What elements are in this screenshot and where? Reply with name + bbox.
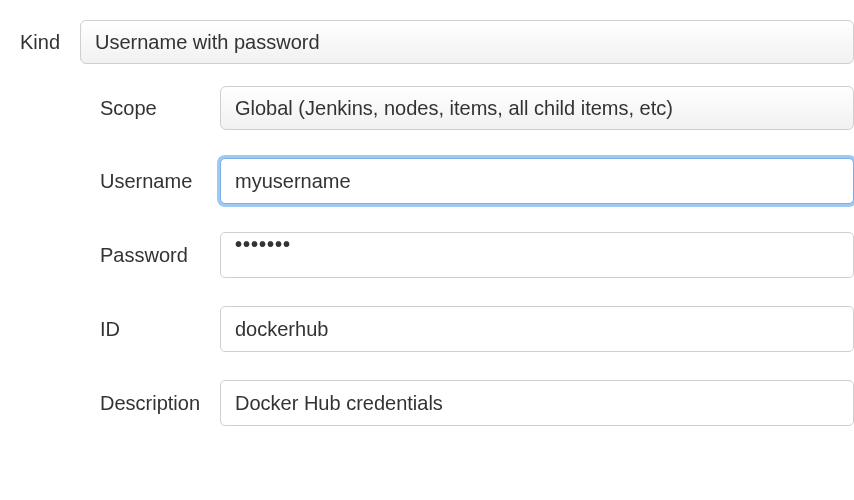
kind-select-value: Username with password (95, 31, 320, 54)
label-description: Description (100, 392, 220, 415)
row-scope: Scope Global (Jenkins, nodes, items, all… (100, 86, 854, 130)
label-scope: Scope (100, 97, 220, 120)
label-password: Password (100, 244, 220, 267)
username-input[interactable] (220, 158, 854, 204)
label-kind: Kind (20, 31, 80, 54)
row-password: Password ••••••• (100, 232, 854, 278)
password-input[interactable]: ••••••• (220, 232, 854, 278)
label-username: Username (100, 170, 220, 193)
row-kind: Kind Username with password (20, 20, 854, 64)
kind-select[interactable]: Username with password (80, 20, 854, 64)
id-input[interactable] (220, 306, 854, 352)
row-username: Username (100, 158, 854, 204)
description-input[interactable] (220, 380, 854, 426)
scope-select[interactable]: Global (Jenkins, nodes, items, all child… (220, 86, 854, 130)
row-description: Description (100, 380, 854, 426)
scope-select-value: Global (Jenkins, nodes, items, all child… (235, 97, 673, 120)
row-id: ID (100, 306, 854, 352)
credentials-form: Kind Username with password Scope Global… (0, 0, 854, 426)
label-id: ID (100, 318, 220, 341)
